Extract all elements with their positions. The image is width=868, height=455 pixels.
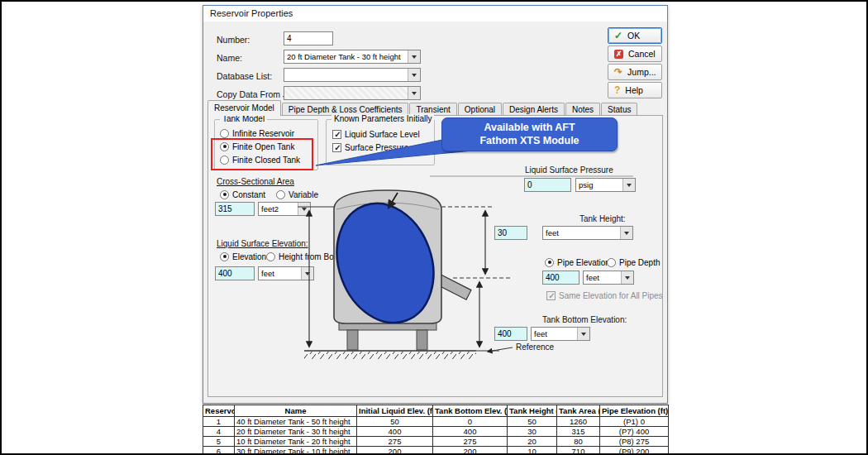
cell: 400 bbox=[357, 427, 433, 437]
liquid-surface-pressure-input[interactable]: 0 bbox=[524, 178, 571, 192]
cross-section-unit-combo[interactable]: feet2 bbox=[258, 202, 311, 216]
cell: 400 bbox=[433, 427, 508, 437]
cell: 315 bbox=[557, 427, 600, 437]
radio-dot-icon bbox=[266, 252, 275, 261]
copy-data-combo bbox=[284, 86, 421, 100]
tank-bottom-elevation-label: Tank Bottom Elevation: bbox=[542, 315, 627, 324]
chevron-down-icon[interactable] bbox=[301, 267, 313, 280]
tank-bottom-elevation-input[interactable]: 400 bbox=[494, 327, 527, 341]
tank-height-unit-combo[interactable]: feet bbox=[542, 226, 633, 240]
cell: 200 bbox=[357, 447, 433, 455]
cell: 30 bbox=[508, 427, 557, 437]
tab-reservoir-model[interactable]: Reservoir Model bbox=[207, 100, 281, 116]
radio-elevation[interactable]: Elevation bbox=[220, 251, 266, 261]
table-row: 6 30 ft Diameter Tank - 10 ft height 200… bbox=[203, 447, 669, 455]
chevron-down-icon[interactable] bbox=[621, 271, 633, 284]
reservoir-summary-table: Reservoir Name Initial Liquid Elev. (ft)… bbox=[203, 405, 669, 455]
tank-liquid bbox=[321, 189, 450, 336]
liquid-surface-pressure-label: Liquid Surface Pressure bbox=[525, 165, 613, 175]
col-name: Name bbox=[235, 405, 357, 417]
reservoir-model-page: Tank Model Infinite Reservoir Finite Ope… bbox=[207, 115, 663, 397]
callout-line1: Available with AFT bbox=[442, 122, 617, 135]
col-tank-bottom-elev: Tank Bottom Elev. (ft) bbox=[433, 405, 508, 417]
reservoir-properties-dialog: Reservoir Properties Number: 4 Name: 20 … bbox=[203, 5, 668, 404]
help-button[interactable]: ? Help bbox=[608, 82, 662, 98]
cell: 30 ft Diameter Tank - 10 ft height bbox=[235, 447, 357, 455]
cell: 275 bbox=[357, 437, 433, 447]
database-list-label: Database List: bbox=[217, 71, 272, 81]
xts-module-callout: Available with AFT Fathom XTS Module bbox=[441, 117, 618, 151]
tank-shell bbox=[334, 190, 441, 323]
tab-status[interactable]: Status bbox=[601, 103, 637, 116]
tab-design-alerts[interactable]: Design Alerts bbox=[503, 103, 565, 116]
cell: 5 bbox=[203, 437, 235, 447]
chevron-down-icon[interactable] bbox=[577, 328, 589, 340]
cell: 0 bbox=[433, 417, 508, 427]
unit-value: feet2 bbox=[261, 204, 279, 213]
help-button-label: Help bbox=[625, 85, 643, 95]
chevron-down-icon[interactable] bbox=[298, 203, 310, 215]
outlet-pipe bbox=[428, 271, 471, 299]
radio-label: Height from Bottom bbox=[279, 252, 350, 261]
liquid-surface-elevation-unit-combo[interactable]: feet bbox=[258, 266, 314, 280]
cell: 200 bbox=[433, 447, 508, 455]
cell: 10 bbox=[508, 447, 557, 455]
checkbox-liquid-surface-level[interactable]: Liquid Surface Level bbox=[332, 129, 420, 139]
checkbox-icon bbox=[332, 130, 341, 139]
known-parameters-group-title: Known Parameters Initially bbox=[331, 114, 434, 123]
cell: 80 bbox=[557, 437, 600, 447]
inflow-arrow bbox=[389, 193, 398, 208]
name-label: Name: bbox=[217, 53, 242, 63]
radio-label: Variable bbox=[289, 190, 318, 199]
cancel-button[interactable]: ✗ Cancel bbox=[608, 46, 662, 62]
tab-notes[interactable]: Notes bbox=[565, 103, 600, 116]
tank-height-input[interactable]: 30 bbox=[494, 226, 527, 240]
liquid-surface-pressure-unit-combo[interactable]: psig bbox=[575, 178, 636, 192]
cell: (P7) 400 bbox=[600, 427, 669, 437]
dialog-titlebar[interactable]: Reservoir Properties bbox=[203, 6, 667, 22]
radio-pipe-depth[interactable]: Pipe Depth bbox=[607, 257, 660, 267]
table-header-row: Reservoir Name Initial Liquid Elev. (ft)… bbox=[203, 405, 669, 417]
radio-height-from-bottom[interactable]: Height from Bottom bbox=[266, 251, 350, 261]
tank-leg-left bbox=[347, 330, 358, 350]
pipe-elevation-input[interactable]: 400 bbox=[542, 271, 579, 285]
cross-section-area-input[interactable]: 315 bbox=[215, 202, 255, 216]
col-tank-area: Tank Area (ft²) bbox=[557, 405, 600, 417]
help-question-icon: ? bbox=[614, 85, 620, 95]
cell: 1 bbox=[203, 417, 235, 427]
radio-infinite-reservoir[interactable]: Infinite Reservoir bbox=[220, 128, 294, 138]
cancel-button-label: Cancel bbox=[628, 49, 656, 59]
reference-leader-arrow bbox=[488, 347, 513, 352]
chevron-down-icon[interactable] bbox=[408, 50, 420, 63]
pipe-elevation-unit-combo[interactable]: feet bbox=[583, 271, 634, 285]
liquid-surface-elevation-input[interactable]: 400 bbox=[215, 266, 255, 280]
unit-value: feet bbox=[586, 273, 599, 282]
radio-label: Constant bbox=[232, 190, 265, 199]
unit-value: feet bbox=[534, 329, 547, 338]
tab-optional[interactable]: Optional bbox=[458, 103, 502, 116]
checkbox-surface-pressure[interactable]: Surface Pressure bbox=[332, 142, 408, 152]
cell: 10 ft Diameter Tank - 20 ft height bbox=[235, 437, 357, 447]
ok-button[interactable]: ✓ OK bbox=[608, 27, 662, 44]
cell: 6 bbox=[203, 447, 235, 455]
chevron-down-icon[interactable] bbox=[622, 179, 635, 191]
chevron-down-icon[interactable] bbox=[620, 227, 632, 239]
ok-check-icon: ✓ bbox=[614, 31, 622, 41]
screenshot-canvas: Reservoir Properties Number: 4 Name: 20 … bbox=[0, 0, 868, 455]
database-list-combo[interactable] bbox=[284, 68, 421, 82]
radio-label: Elevation bbox=[232, 252, 266, 261]
radio-constant[interactable]: Constant bbox=[220, 189, 265, 199]
cell: 710 bbox=[557, 447, 600, 455]
number-label: Number: bbox=[217, 35, 250, 45]
cell: 275 bbox=[433, 437, 508, 447]
jump-button[interactable]: ↷ Jump... bbox=[608, 64, 662, 80]
chevron-down-icon[interactable] bbox=[408, 69, 420, 81]
cell: 50 bbox=[357, 417, 433, 427]
name-combo[interactable]: 20 ft Diameter Tank - 30 ft height bbox=[284, 50, 421, 64]
jump-arrow-icon: ↷ bbox=[614, 67, 622, 77]
radio-variable[interactable]: Variable bbox=[276, 189, 318, 199]
radio-pipe-elevation[interactable]: Pipe Elevation bbox=[545, 257, 610, 267]
number-input[interactable]: 4 bbox=[284, 31, 333, 46]
tank-bottom-elevation-unit-combo[interactable]: feet bbox=[531, 327, 590, 341]
tank-leg-right bbox=[417, 330, 427, 350]
